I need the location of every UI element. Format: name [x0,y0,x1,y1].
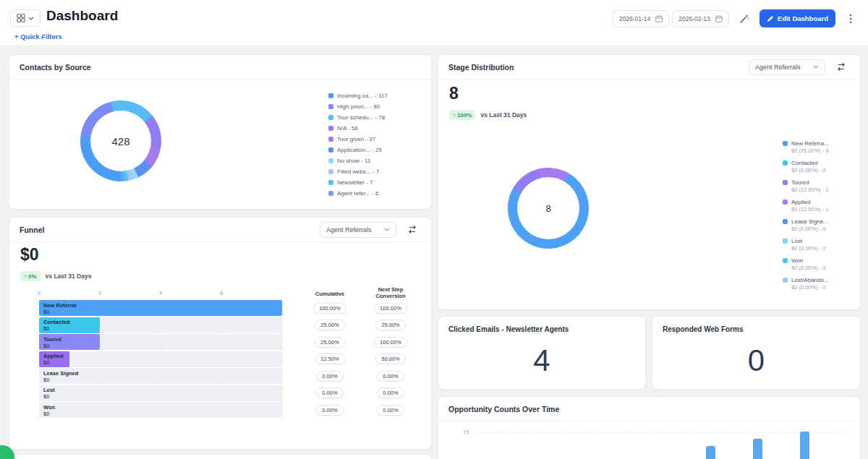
funnel-row-track: Won$0 [39,402,282,418]
stage-filter-select[interactable]: Agent Referrals [749,59,825,75]
funnel-stage-amount: $0 [43,343,61,349]
legend-color-chip [328,191,333,196]
quick-filters-link[interactable]: + Quick Filters [14,33,62,40]
legend-item[interactable]: Agent refer... - 6 [328,188,425,199]
funnel-cumulative-cell: 0.00% [305,402,355,418]
legend-item[interactable]: Tour schedu... - 78 [328,112,425,123]
dashboard-selector-button[interactable] [10,9,41,27]
legend-item[interactable]: Toured$0 (12.50%) - 1 [783,179,858,193]
legend-color-chip [328,169,333,174]
date-to-input[interactable]: 2026-02-13 [672,10,728,27]
cumulative-column-header: Cumulative [305,291,355,297]
divider [9,241,431,242]
legend-item[interactable]: Filled webs... - 7 [328,166,425,177]
calendar-icon [655,15,663,22]
dashboard-grid-icon [17,14,25,22]
funnel-bar-label: Contacted$0 [43,319,70,333]
funnel-axis-tick: 2 [98,290,101,296]
legend-item[interactable]: Lost$0 (0.00%) - 0 [783,238,858,252]
legend-detail: $0 (0.00%) - 0 [791,284,858,291]
funnel-row: Lost$00.00%0.00% [20,385,422,401]
funnel-filter-select[interactable]: Agent Referrals [320,222,396,238]
funnel-bar-label: Lease Signed$0 [43,370,78,384]
cumulative-pill: 0.00% [316,371,343,382]
legend-color-chip [328,158,333,163]
y-axis-tick: 15 [463,429,469,435]
funnel-cumulative-cell: 25.00% [305,334,355,350]
select-value: Agent Referrals [755,64,801,71]
swap-metric-button[interactable] [833,59,850,76]
legend-item[interactable]: Lease Signe...$0 (0.00%) - 0 [783,218,858,232]
legend-item[interactable]: No show - 11 [328,155,425,166]
legend-item[interactable]: Application... - 29 [328,145,425,155]
legend-color-chip [328,180,333,185]
donut-center: 428 [90,111,151,171]
legend-detail: $0 (12.50%) - 1 [791,206,858,213]
legend-label: Contacted [791,160,817,166]
edit-dashboard-button[interactable]: Edit Dashboard [760,9,835,27]
delta-caption: vs Last 31 Days [480,111,527,119]
delta-badge: ↑ 0% [20,271,41,281]
legend-item[interactable]: Tour given - 37 [328,134,425,145]
legend-color-chip [328,137,333,142]
cumulative-pill: 25.00% [315,319,344,330]
bar [706,446,715,459]
funnel-stage-name: Won [43,404,55,411]
funnel-axis-tick: 6 [220,290,223,296]
funnel-row-track: Lease Signed$0 [39,368,282,384]
legend-color-chip [328,93,333,98]
date-to-value: 2026-02-13 [678,15,710,22]
date-from-input[interactable]: 2026-01-14 [613,10,669,27]
legend-item[interactable]: N/A - 56 [328,123,425,134]
funnel-bar-label: Applied$0 [43,353,64,366]
legend-item[interactable]: Applied$0 (12.50%) - 1 [783,199,858,213]
donut-center: 8 [517,177,579,239]
card-title: Funnel [20,226,44,234]
funnel-next-step-cell: 100.00% [365,300,416,316]
funnel-row: Lease Signed$00.00%0.00% [20,368,422,384]
swap-metric-button[interactable] [404,221,421,239]
legend-label: New Referra... [791,140,829,147]
legend-row: Contacted [783,160,858,166]
legend-item[interactable]: New Referra...$0 (75.00%) - 6 [783,140,858,154]
cumulative-pill: 0.00% [316,405,343,416]
funnel-bar-label: New Referral$0 [43,302,77,316]
funnel-chart: 0246 Cumulative Next Step Conversion New… [20,284,422,439]
delta-value: 100% [457,112,472,119]
arrow-up-icon: ↑ [24,273,27,280]
delta-badge: ↑ 100% [449,110,475,120]
funnel-next-step-cell: 0.00% [365,402,416,418]
magic-wand-button[interactable] [736,10,753,27]
date-range-picker: 2026-01-14 2026-02-13 [613,10,729,27]
date-from-value: 2026-01-14 [619,15,650,22]
arrow-up-icon: ↑ [453,112,456,119]
next-step-pill: 0.00% [377,405,404,416]
legend-detail: $0 (0.00%) - 0 [791,265,858,271]
funnel-stage-name: New Referral [43,302,77,309]
funnel-row-track: Lost$0 [39,385,282,401]
legend-row: Lost [783,238,858,244]
legend-color-chip [783,180,788,185]
legend-item[interactable]: Won$0 (0.00%) - 0 [783,257,858,271]
legend-item[interactable]: Incoming ca... - 117 [328,90,425,101]
legend-label: Toured [791,179,809,186]
legend-color-chip [783,219,788,224]
kebab-menu-button[interactable] [842,10,859,27]
legend-row: New Referra... [783,140,858,147]
legend-detail: $0 (75.00%) - 6 [791,147,858,154]
legend-row: Won [783,257,858,264]
card-title: Stage Distribution [448,63,514,72]
legend-item[interactable]: Newsletter - 7 [328,177,425,188]
card-title: Clicked Emails - Newsletter Agents [438,317,645,333]
legend-item[interactable]: High priori... - 80 [328,101,425,112]
stage-delta-row: ↑ 100% vs Last 31 Days [449,110,527,120]
donut-total: 428 [111,135,129,147]
legend-item[interactable]: Lost/Abando...$0 (0.00%) - 0 [783,277,858,291]
funnel-row-track: New Referral$0 [39,300,282,316]
legend-item[interactable]: Contacted$0 (0.00%) - 0 [783,160,858,173]
legend-label: Newsletter - 7 [337,179,373,186]
top-bar: Dashboard + Quick Filters 2026-01-14 202… [0,0,868,46]
legend-color-chip [783,160,788,166]
legend-color-chip [328,126,333,131]
kebab-menu-icon [849,14,852,24]
